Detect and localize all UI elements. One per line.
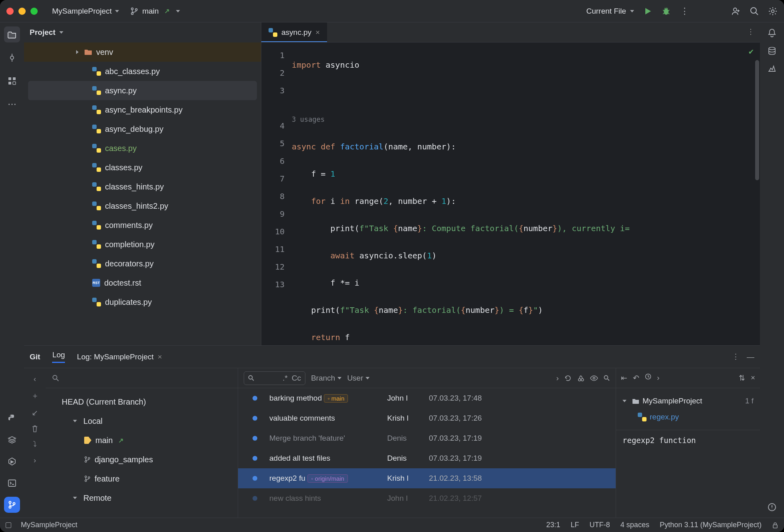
panel-options-button[interactable]: ⋮ [732, 352, 740, 361]
find-icon[interactable] [604, 375, 610, 381]
tree-file[interactable]: duplicates.py [24, 292, 261, 312]
detail-file-row[interactable]: regex.py [622, 409, 754, 425]
match-case-toggle[interactable]: Cc [292, 374, 301, 383]
go-to-hash-icon[interactable]: › [556, 374, 559, 383]
commit-row[interactable]: added all test files Denis07.03.23, 17:1… [238, 448, 616, 468]
commit-row[interactable]: barking method ◦ mainJohn I07.03.23, 17:… [238, 388, 616, 408]
python-console-button[interactable] [4, 410, 20, 426]
commit-search[interactable]: .* Cc [244, 371, 305, 385]
sciview-tool-button[interactable] [768, 64, 776, 72]
cherry-pick-icon[interactable] [577, 375, 584, 382]
database-tool-button[interactable] [768, 46, 776, 55]
fetch-icon[interactable]: ⤵ [33, 440, 37, 449]
commit-row[interactable]: Merge branch 'feature' Denis07.03.23, 17… [238, 428, 616, 448]
refresh-icon[interactable] [564, 375, 572, 382]
expand-icon[interactable]: › [34, 456, 36, 465]
services-tool-button[interactable] [4, 453, 20, 470]
tree-file[interactable]: cases.py [24, 139, 261, 158]
branch-search[interactable] [46, 368, 238, 388]
tree-file[interactable]: comments.py [24, 216, 261, 235]
branch-head[interactable]: HEAD (Current Branch) [46, 392, 238, 411]
more-actions-button[interactable]: ⋮ [680, 6, 689, 16]
project-tree[interactable]: venvabc_classes.pyasync.pyasync_breakpoi… [24, 42, 261, 345]
history-icon[interactable] [645, 373, 651, 383]
commits-list[interactable]: barking method ◦ mainJohn I07.03.23, 17:… [238, 388, 616, 518]
code-content[interactable]: import asyncio 3 usages async def factor… [289, 42, 760, 345]
collapse-icon[interactable]: ‹ [34, 375, 36, 383]
branch-main[interactable]: main↗ [46, 431, 238, 450]
status-line-sep[interactable]: LF [571, 521, 579, 529]
editor-scrollbar[interactable] [755, 60, 759, 180]
checkout-icon[interactable]: ↙ [32, 408, 38, 417]
tree-file[interactable]: async_debug.py [24, 119, 261, 139]
branch-feature[interactable]: feature [46, 469, 238, 488]
close-tab-icon[interactable]: × [315, 28, 320, 37]
git-tab-log[interactable]: Log [52, 351, 65, 363]
inspection-ok-icon[interactable]: ✔ [749, 46, 754, 56]
close-window-button[interactable] [6, 8, 14, 15]
tree-folder-venv[interactable]: venv [24, 42, 261, 62]
branch-filter[interactable]: Branch [311, 374, 341, 383]
detail-project-row[interactable]: MySampleProject 1 f [622, 393, 754, 409]
project-panel-header[interactable]: Project [24, 22, 261, 42]
debug-button[interactable] [661, 6, 671, 16]
prev-diff-icon[interactable]: ⇤ [621, 373, 627, 383]
user-filter[interactable]: User [347, 374, 370, 383]
commit-row[interactable]: regexp2 fu ◦ origin/mainKrish I21.02.23,… [238, 468, 616, 488]
usages-hint[interactable]: 3 usages [292, 111, 760, 128]
delete-branch-icon[interactable] [31, 425, 38, 433]
new-branch-icon[interactable]: ＋ [31, 391, 39, 401]
git-tab-git[interactable]: Git [30, 353, 40, 361]
regex-toggle[interactable]: .* [283, 374, 288, 383]
vcs-branch-widget[interactable]: main ↗ [130, 7, 180, 16]
project-chooser[interactable]: MySampleProject [52, 7, 119, 16]
project-tool-button[interactable] [4, 26, 20, 42]
branch-django-samples[interactable]: django_samples [46, 450, 238, 469]
settings-button[interactable] [768, 6, 778, 16]
next-diff-icon[interactable]: › [657, 373, 659, 383]
undo-icon[interactable]: ↶ [633, 373, 639, 383]
python-packages-button[interactable] [4, 432, 20, 448]
status-interpreter[interactable]: Python 3.11 (MySampleProject) [660, 521, 762, 529]
status-project[interactable]: MySampleProject [21, 521, 77, 529]
status-caret-pos[interactable]: 23:1 [546, 521, 560, 529]
minimize-panel-button[interactable]: — [747, 353, 754, 361]
tree-file[interactable]: decorators.py [24, 254, 261, 273]
notifications-button[interactable] [768, 28, 776, 38]
readonly-toggle-icon[interactable] [772, 522, 778, 528]
tool-window-toggle[interactable] [6, 522, 11, 528]
commit-row[interactable]: new class hints John I21.02.23, 12:57 [238, 488, 616, 508]
tree-file[interactable]: abc_classes.py [24, 62, 261, 81]
search-everywhere-button[interactable] [750, 6, 759, 16]
branch-group-local[interactable]: Local [46, 411, 238, 431]
more-tool-button[interactable]: ⋯ [4, 96, 20, 112]
run-button[interactable] [643, 6, 653, 16]
eye-icon[interactable] [590, 375, 598, 381]
tree-file[interactable]: classes_hints2.py [24, 196, 261, 216]
code-editor[interactable]: 12345678910111213 import asyncio 3 usage… [261, 42, 760, 345]
status-indent[interactable]: 4 spaces [620, 521, 649, 529]
minimize-window-button[interactable] [18, 8, 26, 15]
structure-tool-button[interactable] [4, 73, 20, 89]
tree-file[interactable]: classes.py [24, 158, 261, 177]
commit-tool-button[interactable] [4, 50, 20, 66]
commit-row[interactable]: valuable comments Krish I07.03.23, 17:26 [238, 408, 616, 428]
maximize-window-button[interactable] [30, 8, 38, 15]
tree-file[interactable]: async.py [28, 81, 257, 100]
problems-tool-button[interactable] [767, 502, 777, 512]
close-detail-icon[interactable]: × [751, 373, 755, 383]
tab-options-button[interactable]: ⋯ [746, 28, 756, 36]
code-with-me-button[interactable] [731, 6, 741, 16]
version-control-tool-button[interactable] [4, 497, 20, 513]
terminal-tool-button[interactable] [4, 475, 20, 491]
branch-group-remote[interactable]: Remote [46, 488, 238, 508]
status-encoding[interactable]: UTF-8 [590, 521, 610, 529]
expand-all-icon[interactable]: ⇅ [739, 373, 745, 383]
tree-file[interactable]: async_breakpoints.py [24, 100, 261, 119]
git-tab-log-project[interactable]: Log: MySampleProject× [77, 353, 162, 361]
close-icon[interactable]: × [158, 353, 162, 361]
run-config-selector[interactable]: Current File [586, 7, 634, 16]
tree-file[interactable]: completion.py [24, 235, 261, 254]
editor-tab-async[interactable]: async.py × [261, 22, 327, 42]
tree-file[interactable]: RSTdoctest.rst [24, 273, 261, 292]
